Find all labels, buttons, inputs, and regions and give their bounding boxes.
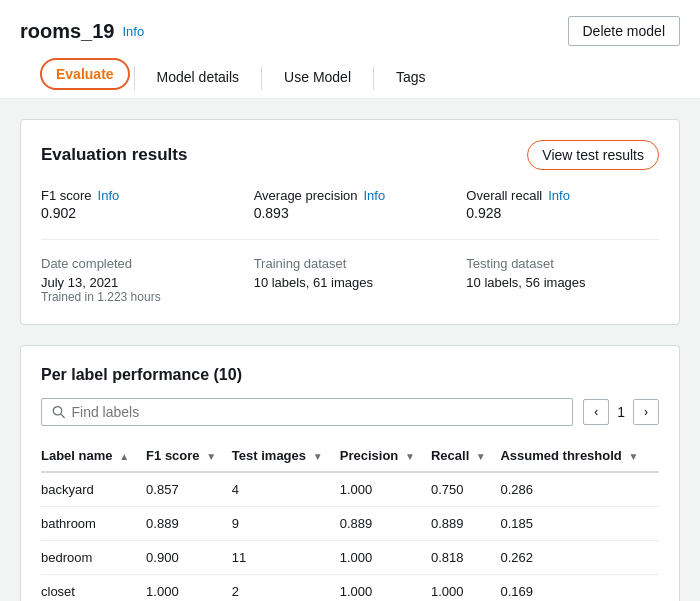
metric-avg-precision-label: Average precision Info [254, 188, 447, 203]
evaluation-results-card: Evaluation results View test results F1 … [20, 119, 680, 325]
page-number: 1 [617, 404, 625, 420]
metrics-row: F1 score Info 0.902 Average precision In… [41, 188, 659, 221]
table-row: bathroom0.88990.8890.8890.185 [41, 507, 659, 541]
tabs-container: Evaluate Model details Use Model Tags [20, 58, 680, 98]
cell-f1_score: 0.900 [146, 541, 232, 575]
cell-assumed_threshold: 0.262 [500, 541, 659, 575]
table-row: bedroom0.900111.0000.8180.262 [41, 541, 659, 575]
table-row: backyard0.85741.0000.7500.286 [41, 472, 659, 507]
search-input[interactable] [71, 404, 562, 420]
cell-assumed_threshold: 0.185 [500, 507, 659, 541]
tab-separator-3 [373, 66, 374, 90]
tab-separator-2 [261, 66, 262, 90]
table-body: backyard0.85741.0000.7500.286bathroom0.8… [41, 472, 659, 601]
cell-recall: 0.818 [431, 541, 500, 575]
search-row: ‹ 1 › [41, 398, 659, 426]
cell-test_images: 2 [232, 575, 340, 602]
avg-precision-info-link[interactable]: Info [363, 188, 385, 203]
cell-recall: 0.750 [431, 472, 500, 507]
meta-testing-label: Testing dataset [466, 256, 659, 271]
cell-recall: 1.000 [431, 575, 500, 602]
table-header-row: Label name ▲ F1 score ▼ Test images ▼ Pr… [41, 440, 659, 472]
model-name: rooms_19 [20, 20, 115, 43]
meta-training-value: 10 labels, 61 images [254, 275, 447, 290]
sort-icon-assumed-threshold: ▼ [628, 451, 638, 462]
col-assumed-threshold[interactable]: Assumed threshold ▼ [500, 440, 659, 472]
metric-avg-precision: Average precision Info 0.893 [254, 188, 447, 221]
meta-date-completed: Date completed July 13, 2021 Trained in … [41, 256, 234, 304]
col-precision[interactable]: Precision ▼ [340, 440, 431, 472]
svg-line-1 [61, 414, 64, 417]
meta-row: Date completed July 13, 2021 Trained in … [41, 256, 659, 304]
metric-avg-precision-value: 0.893 [254, 205, 447, 221]
metric-f1score: F1 score Info 0.902 [41, 188, 234, 221]
metric-overall-recall-value: 0.928 [466, 205, 659, 221]
cell-recall: 0.889 [431, 507, 500, 541]
sort-icon-test-images: ▼ [313, 451, 323, 462]
meta-date-sub: Trained in 1.223 hours [41, 290, 234, 304]
eval-card-title: Evaluation results [41, 145, 187, 165]
table-row: closet1.00021.0001.0000.169 [41, 575, 659, 602]
sort-icon-f1-score: ▼ [206, 451, 216, 462]
tab-use-model[interactable]: Use Model [266, 59, 369, 98]
prev-page-button[interactable]: ‹ [583, 399, 609, 425]
overall-recall-info-link[interactable]: Info [548, 188, 570, 203]
per-label-card: Per label performance (10) ‹ 1 › Label n… [20, 345, 680, 601]
col-f1-score[interactable]: F1 score ▼ [146, 440, 232, 472]
cell-label_name: bathroom [41, 507, 146, 541]
per-label-count: (10) [214, 366, 242, 383]
meta-date-value: July 13, 2021 [41, 275, 234, 290]
cell-precision: 0.889 [340, 507, 431, 541]
metric-f1score-label: F1 score Info [41, 188, 234, 203]
meta-training-label: Training dataset [254, 256, 447, 271]
cell-f1_score: 1.000 [146, 575, 232, 602]
next-page-button[interactable]: › [633, 399, 659, 425]
meta-date-label: Date completed [41, 256, 234, 271]
metric-overall-recall: Overall recall Info 0.928 [466, 188, 659, 221]
header-top: rooms_19 Info Delete model [20, 16, 680, 46]
label-search-box[interactable] [41, 398, 573, 426]
cell-assumed_threshold: 0.169 [500, 575, 659, 602]
f1score-info-link[interactable]: Info [98, 188, 120, 203]
cell-f1_score: 0.857 [146, 472, 232, 507]
meta-training-dataset: Training dataset 10 labels, 61 images [254, 256, 447, 304]
cell-test_images: 9 [232, 507, 340, 541]
eval-card-header: Evaluation results View test results [41, 140, 659, 170]
per-label-title: Per label performance (10) [41, 366, 659, 384]
cell-label_name: bedroom [41, 541, 146, 575]
metric-f1score-value: 0.902 [41, 205, 234, 221]
tab-separator-1 [134, 66, 135, 90]
cell-f1_score: 0.889 [146, 507, 232, 541]
cell-precision: 1.000 [340, 541, 431, 575]
cell-assumed_threshold: 0.286 [500, 472, 659, 507]
tab-evaluate[interactable]: Evaluate [40, 58, 130, 90]
col-label-name[interactable]: Label name ▲ [41, 440, 146, 472]
cell-label_name: closet [41, 575, 146, 602]
model-info-link[interactable]: Info [123, 24, 145, 39]
tab-tags[interactable]: Tags [378, 59, 444, 98]
model-title: rooms_19 Info [20, 20, 144, 43]
main-content: Evaluation results View test results F1 … [0, 99, 700, 601]
tab-model-details[interactable]: Model details [139, 59, 258, 98]
sort-icon-recall: ▼ [476, 451, 486, 462]
per-label-table: Label name ▲ F1 score ▼ Test images ▼ Pr… [41, 440, 659, 601]
delete-model-button[interactable]: Delete model [568, 16, 681, 46]
view-test-results-button[interactable]: View test results [527, 140, 659, 170]
page-header: rooms_19 Info Delete model Evaluate Mode… [0, 0, 700, 99]
col-recall[interactable]: Recall ▼ [431, 440, 500, 472]
metric-overall-recall-label: Overall recall Info [466, 188, 659, 203]
cell-precision: 1.000 [340, 575, 431, 602]
cell-test_images: 4 [232, 472, 340, 507]
search-icon [52, 405, 65, 419]
cell-test_images: 11 [232, 541, 340, 575]
sort-icon-precision: ▼ [405, 451, 415, 462]
sort-icon-label-name: ▲ [119, 451, 129, 462]
col-test-images[interactable]: Test images ▼ [232, 440, 340, 472]
metrics-divider [41, 239, 659, 240]
cell-precision: 1.000 [340, 472, 431, 507]
cell-label_name: backyard [41, 472, 146, 507]
meta-testing-dataset: Testing dataset 10 labels, 56 images [466, 256, 659, 304]
pagination: ‹ 1 › [583, 399, 659, 425]
meta-testing-value: 10 labels, 56 images [466, 275, 659, 290]
